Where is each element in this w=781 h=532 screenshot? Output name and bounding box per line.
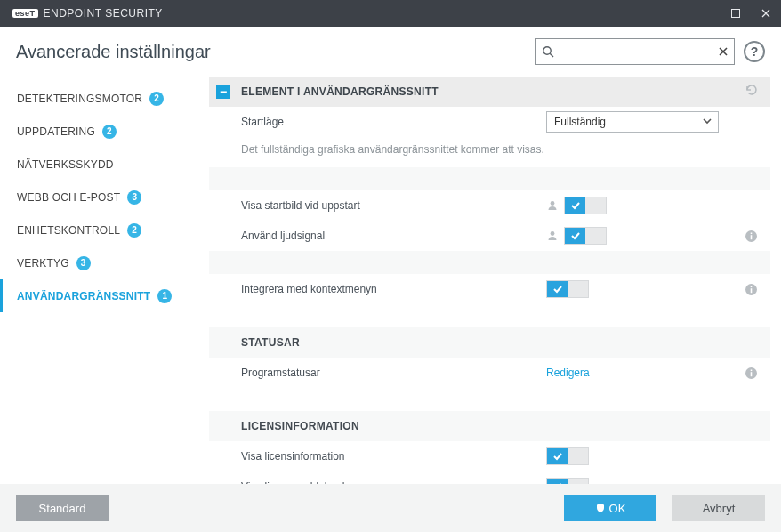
sidebar-item-detection[interactable]: DETEKTERINGSMOTOR 2 bbox=[0, 82, 209, 115]
subheading-license: LICENSINFORMATION bbox=[209, 411, 770, 441]
section-header: − ELEMENT I ANVÄNDARGRÄNSSNITT bbox=[209, 77, 770, 107]
edit-statuses-link[interactable]: Redigera bbox=[546, 367, 590, 379]
sidebar-item-label: UPPDATERING bbox=[17, 125, 95, 138]
svg-rect-7 bbox=[751, 232, 753, 234]
toggle-license-info[interactable] bbox=[546, 447, 589, 465]
collapse-toggle[interactable]: − bbox=[216, 85, 230, 99]
check-icon bbox=[570, 200, 581, 211]
window-close-button[interactable] bbox=[751, 0, 781, 27]
info-icon bbox=[745, 230, 758, 243]
row-label: Använd ljudsignal bbox=[241, 230, 546, 242]
search-clear-button[interactable] bbox=[713, 46, 734, 57]
sidebar-item-label: ANVÄNDARGRÄNSSNITT bbox=[17, 290, 150, 302]
toggle-license-messages[interactable] bbox=[546, 478, 589, 484]
page-title: Avancerade inställningar bbox=[16, 42, 535, 62]
search-icon bbox=[536, 45, 560, 58]
sidebar-badge: 3 bbox=[76, 256, 91, 270]
svg-point-1 bbox=[543, 47, 551, 54]
sidebar-badge: 1 bbox=[157, 289, 172, 303]
minus-icon: − bbox=[220, 85, 227, 98]
row-label: Programstatusar bbox=[241, 367, 546, 379]
user-icon bbox=[546, 199, 559, 212]
button-label: Standard bbox=[39, 502, 86, 515]
select-value: Fullständig bbox=[554, 116, 606, 128]
window-maximize-button[interactable] bbox=[721, 0, 751, 27]
row-label: Integrera med kontextmenyn bbox=[241, 283, 546, 295]
chevron-down-icon bbox=[702, 116, 713, 129]
sidebar-item-label: ENHETSKONTROLL bbox=[17, 224, 120, 237]
sidebar: DETEKTERINGSMOTOR 2 UPPDATERING 2 NÄTVER… bbox=[0, 77, 209, 484]
revert-button[interactable] bbox=[744, 83, 758, 101]
content-pane[interactable]: − ELEMENT I ANVÄNDARGRÄNSSNITT Startläge… bbox=[209, 77, 781, 484]
row-start-mode: Startläge Fullständig bbox=[209, 107, 770, 137]
sidebar-item-tools[interactable]: VERKTYG 3 bbox=[0, 246, 209, 279]
info-icon bbox=[745, 283, 758, 296]
info-button[interactable] bbox=[745, 367, 758, 380]
row-license-info: Visa licensinformation bbox=[209, 441, 770, 472]
check-icon bbox=[552, 451, 563, 462]
product-name: ENDPOINT SECURITY bbox=[44, 7, 163, 20]
sidebar-item-label: DETEKTERINGSMOTOR bbox=[17, 93, 142, 105]
brand-badge: eseT bbox=[12, 9, 38, 18]
check-icon bbox=[570, 230, 581, 241]
svg-point-4 bbox=[551, 231, 555, 236]
info-button[interactable] bbox=[745, 230, 758, 243]
svg-rect-0 bbox=[732, 10, 740, 18]
sidebar-badge: 3 bbox=[127, 190, 141, 205]
toggle-sound[interactable] bbox=[564, 227, 607, 245]
svg-rect-12 bbox=[751, 372, 753, 376]
row-label: Startläge bbox=[241, 116, 546, 128]
sidebar-item-device-control[interactable]: ENHETSKONTROLL 2 bbox=[0, 214, 209, 246]
search-input[interactable] bbox=[560, 39, 713, 64]
undo-icon bbox=[744, 83, 758, 97]
titlebar: eseT ENDPOINT SECURITY bbox=[0, 0, 781, 27]
check-icon bbox=[552, 284, 563, 294]
row-label: Visa startbild vid uppstart bbox=[241, 199, 546, 212]
user-icon bbox=[546, 230, 559, 242]
svg-point-3 bbox=[551, 201, 555, 206]
sidebar-badge: 2 bbox=[149, 92, 164, 106]
x-icon bbox=[718, 46, 729, 57]
sidebar-badge: 2 bbox=[127, 223, 141, 238]
subheading-statuses: STATUSAR bbox=[209, 327, 770, 358]
button-label: Avbryt bbox=[703, 502, 736, 515]
section-title: ELEMENT I ANVÄNDARGRÄNSSNITT bbox=[241, 85, 744, 98]
header: Avancerade inställningar ? bbox=[0, 27, 781, 77]
sidebar-item-update[interactable]: UPPDATERING 2 bbox=[0, 115, 209, 148]
sidebar-item-label: VERKTYG bbox=[17, 257, 69, 270]
row-splash: Visa startbild vid uppstart bbox=[209, 190, 770, 221]
toggle-context-menu[interactable] bbox=[546, 280, 589, 298]
svg-rect-10 bbox=[751, 286, 753, 287]
sidebar-badge: 2 bbox=[102, 125, 117, 139]
svg-line-2 bbox=[550, 53, 553, 57]
svg-rect-6 bbox=[751, 235, 753, 239]
row-label: Visa licensinformation bbox=[241, 450, 546, 463]
close-icon bbox=[761, 8, 771, 19]
ok-button[interactable]: OK bbox=[564, 495, 656, 521]
toggle-splash[interactable] bbox=[564, 197, 607, 214]
sidebar-item-web-email[interactable]: WEBB OCH E-POST 3 bbox=[0, 181, 209, 214]
shield-icon bbox=[595, 503, 606, 513]
question-icon: ? bbox=[751, 44, 759, 59]
row-context-menu: Integrera med kontextmenyn bbox=[209, 274, 770, 304]
sidebar-item-label: WEBB OCH E-POST bbox=[17, 191, 120, 204]
row-start-mode-note: Det fullständiga grafiska användargränss… bbox=[209, 137, 770, 167]
search-field[interactable] bbox=[535, 38, 735, 65]
start-mode-select[interactable]: Fullständig bbox=[546, 111, 719, 133]
default-button[interactable]: Standard bbox=[16, 495, 109, 521]
sidebar-item-network[interactable]: NÄTVERKSSKYDD bbox=[0, 148, 209, 181]
cancel-button[interactable]: Avbryt bbox=[672, 495, 765, 521]
svg-rect-9 bbox=[751, 288, 753, 293]
svg-rect-13 bbox=[751, 369, 753, 371]
help-button[interactable]: ? bbox=[744, 41, 765, 62]
square-icon bbox=[730, 8, 741, 19]
footer: Standard OK Avbryt bbox=[0, 484, 781, 532]
sidebar-item-user-interface[interactable]: ANVÄNDARGRÄNSSNITT 1 bbox=[0, 279, 209, 312]
button-label: OK bbox=[609, 502, 626, 515]
row-app-statuses: Programstatusar Redigera bbox=[209, 358, 770, 388]
row-sound: Använd ljudsignal bbox=[209, 221, 770, 251]
note-text: Det fullständiga grafiska användargränss… bbox=[241, 140, 544, 165]
row-license-messages: Visa licensmeddelanden bbox=[209, 472, 770, 484]
info-icon bbox=[745, 367, 758, 380]
info-button[interactable] bbox=[745, 283, 758, 296]
